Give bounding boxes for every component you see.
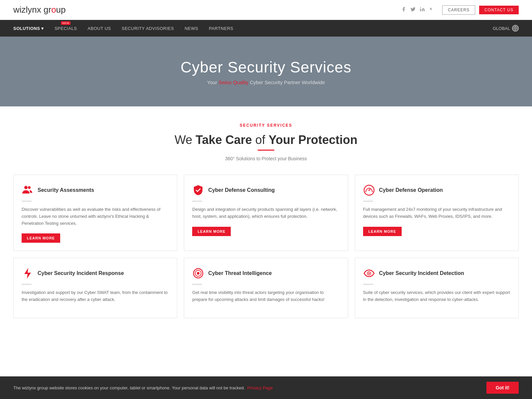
card-title: Cyber Defense Consulting xyxy=(208,187,275,193)
main-content: SECURITY SERVICES We Take Care of Your P… xyxy=(0,106,532,338)
main-nav: SOLUTIONS ▾ NEW SPECIALS ABOUT US SECURI… xyxy=(0,20,532,37)
card-header: Cyber Defense Consulting xyxy=(192,184,339,196)
svg-point-16 xyxy=(368,273,370,274)
careers-button[interactable]: CAREERS xyxy=(442,5,475,15)
nav-about[interactable]: ABOUT US xyxy=(88,26,111,31)
shield-icon xyxy=(192,184,204,196)
svg-point-7 xyxy=(368,188,369,189)
facebook-icon[interactable] xyxy=(401,7,406,13)
learn-more-consulting[interactable]: LEARN MORE xyxy=(192,227,231,236)
svg-point-9 xyxy=(372,191,373,192)
svg-point-8 xyxy=(365,191,366,192)
card-header: Cyber Security Incident Detection xyxy=(363,267,510,279)
cards-row-2: Cyber Security Incident Response Investi… xyxy=(13,258,519,318)
learn-more-assessments[interactable]: LEARN MORE xyxy=(22,233,60,243)
card-header: Cyber Security Incident Response xyxy=(22,267,169,279)
svg-point-4 xyxy=(24,186,28,189)
card-text: Full management and 24x7 monitoring of y… xyxy=(363,206,510,220)
hero-highlight: Swiss Quality xyxy=(218,79,248,85)
eye-icon xyxy=(363,267,375,279)
card-incident-response: Cyber Security Incident Response Investi… xyxy=(13,258,177,318)
svg-point-14 xyxy=(197,272,200,275)
top-right: ✕ CAREERS CONTACT US xyxy=(401,5,519,15)
card-divider xyxy=(363,284,373,285)
card-cyber-defense-consulting: Cyber Defense Consulting Design and inte… xyxy=(184,175,348,251)
card-divider xyxy=(192,201,202,201)
svg-text:✕: ✕ xyxy=(429,7,432,11)
card-divider xyxy=(22,201,32,201)
card-header: Cyber Defense Operation xyxy=(363,184,510,196)
card-text: Suite of cyber security services, which … xyxy=(363,289,510,303)
card-text: Discover vulnerabilities as well as eval… xyxy=(22,206,169,227)
gauge-icon xyxy=(363,184,375,196)
lightning-icon xyxy=(22,267,34,279)
section-divider xyxy=(258,150,274,151)
logo[interactable]: wizlynx group xyxy=(13,5,66,15)
nav-security-advisories[interactable]: SECURITY ADVISORIES xyxy=(122,26,174,31)
card-divider xyxy=(363,201,373,201)
hero-section: Cyber Security Services Your Swiss Quali… xyxy=(0,37,532,106)
contact-button[interactable]: CONTACT US xyxy=(479,6,519,14)
learn-more-operation[interactable]: LEARN MORE xyxy=(363,227,402,236)
card-title: Cyber Threat Intelligence xyxy=(208,270,272,276)
card-threat-intelligence: Cyber Threat Intelligence Get real time … xyxy=(184,258,348,318)
section-subtitle: 360° Solutions to Protect your Business xyxy=(13,156,519,161)
card-text: Get real time visibility into threat act… xyxy=(192,289,339,303)
card-title: Cyber Security Incident Detection xyxy=(379,270,464,276)
nav-specials[interactable]: NEW SPECIALS xyxy=(55,26,77,31)
svg-marker-11 xyxy=(24,268,31,279)
section-label: SECURITY SERVICES xyxy=(13,123,519,128)
people-icon xyxy=(22,184,34,196)
target-icon xyxy=(192,267,204,279)
cards-row-1: Security Assessments Discover vulnerabil… xyxy=(13,175,519,251)
svg-point-10 xyxy=(368,190,370,191)
globe-icon xyxy=(512,25,519,32)
nav-partners[interactable]: PARTNERS xyxy=(209,26,233,31)
nav-news[interactable]: NEWS xyxy=(185,26,198,31)
card-title: Cyber Defense Operation xyxy=(379,187,443,193)
nav-global[interactable]: GLOBAL xyxy=(493,25,519,32)
card-header: Cyber Threat Intelligence xyxy=(192,267,339,279)
hero-title: Cyber Security Services xyxy=(181,58,351,76)
social-icons: ✕ xyxy=(401,7,434,13)
card-text: Investigation and support by our Cyber S… xyxy=(22,289,169,303)
svg-point-5 xyxy=(28,186,31,189)
global-label: GLOBAL xyxy=(493,26,510,31)
card-text: Design and integration of security produ… xyxy=(192,206,339,220)
linkedin-icon[interactable] xyxy=(420,7,425,13)
card-cyber-defense-operation: Cyber Defense Operation Full management … xyxy=(355,175,519,251)
section-title: We Take Care of Your Protection xyxy=(13,133,519,147)
card-title: Cyber Security Incident Response xyxy=(38,270,124,276)
twitter-icon[interactable] xyxy=(410,7,416,13)
top-bar: wizlynx group ✕ CAREERS CONTACT US xyxy=(0,0,532,20)
nav-solutions[interactable]: SOLUTIONS ▾ xyxy=(13,26,44,31)
svg-point-0 xyxy=(420,7,421,8)
logo-highlight: o xyxy=(51,5,56,15)
card-security-assessments: Security Assessments Discover vulnerabil… xyxy=(13,175,177,251)
card-incident-detection: Cyber Security Incident Detection Suite … xyxy=(355,258,519,318)
nav-left: SOLUTIONS ▾ NEW SPECIALS ABOUT US SECURI… xyxy=(13,26,233,31)
xing-icon[interactable]: ✕ xyxy=(429,7,434,13)
hero-subtitle: Your Swiss Quality Cyber Security Partne… xyxy=(207,79,325,85)
card-divider xyxy=(22,284,32,285)
new-badge: NEW xyxy=(61,21,71,25)
card-header: Security Assessments xyxy=(22,184,169,196)
card-divider xyxy=(192,284,202,285)
card-title: Security Assessments xyxy=(38,187,94,193)
